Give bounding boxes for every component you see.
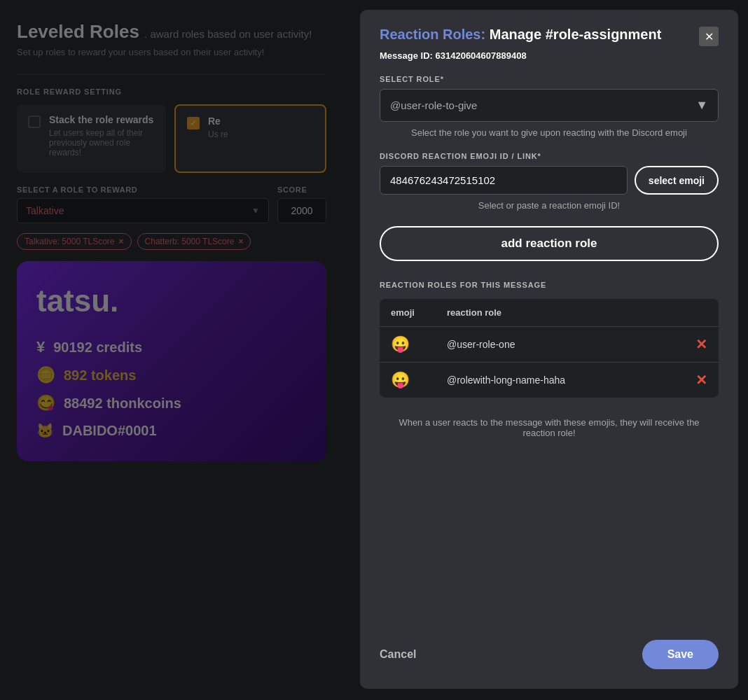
emoji-id-input[interactable] — [380, 166, 628, 195]
table-row: 😛 @user-role-one ✕ — [380, 327, 719, 363]
col-role-header: reaction role — [447, 307, 707, 318]
emoji-input-row: select emoji — [380, 166, 719, 195]
row-role-1: @user-role-one — [447, 339, 695, 350]
reaction-roles-table: emoji reaction role 😛 @user-role-one ✕ 😛… — [380, 299, 719, 398]
modal-title: Reaction Roles: Manage #role-assignment — [380, 27, 661, 43]
cancel-button[interactable]: Cancel — [380, 648, 416, 661]
select-role-field-label: SELECT ROLE* — [380, 75, 719, 83]
save-button[interactable]: Save — [642, 640, 719, 669]
reaction-roles-section: REACTION ROLES FOR THIS MESSAGE emoji re… — [380, 281, 719, 463]
delete-row-2-button[interactable]: ✕ — [695, 372, 707, 388]
table-row: 😛 @rolewith-long-name-haha ✕ — [380, 363, 719, 398]
col-emoji-header: emoji — [391, 307, 447, 318]
reaction-roles-table-label: REACTION ROLES FOR THIS MESSAGE — [380, 281, 719, 289]
modal-close-button[interactable]: ✕ — [699, 27, 719, 46]
message-id-label: Message ID: — [380, 50, 433, 61]
delete-row-1-button[interactable]: ✕ — [695, 336, 707, 353]
modal-header: Reaction Roles: Manage #role-assignment … — [380, 27, 719, 46]
add-reaction-role-button[interactable]: add reaction role — [380, 226, 719, 261]
reaction-roles-note: When a user reacts to the message with t… — [380, 407, 719, 448]
emoji-hint: Select or paste a reaction emoji ID! — [380, 200, 719, 211]
modal-footer: Cancel Save — [380, 634, 719, 669]
table-header: emoji reaction role — [380, 299, 719, 327]
select-role-dropdown[interactable]: @user-role-to-give ▼ — [380, 89, 719, 122]
reaction-roles-modal: Reaction Roles: Manage #role-assignment … — [360, 10, 738, 689]
emoji-section-label: DISCORD REACTION EMOJI ID / LINK* — [380, 152, 719, 160]
select-role-hint: Select the role you want to give upon re… — [380, 127, 719, 138]
message-id-value: 631420604607889408 — [436, 50, 527, 61]
row-emoji-1: 😛 — [391, 335, 447, 354]
row-role-2: @rolewith-long-name-haha — [447, 374, 695, 386]
select-emoji-button[interactable]: select emoji — [635, 166, 719, 195]
row-emoji-2: 😛 — [391, 371, 447, 389]
select-role-placeholder: @user-role-to-give — [390, 99, 477, 111]
modal-message-id: Message ID: 631420604607889408 — [380, 50, 719, 61]
modal-title-rest: Manage #role-assignment — [490, 27, 662, 42]
dropdown-arrow-icon: ▼ — [695, 98, 708, 113]
modal-title-highlight: Reaction Roles: — [380, 27, 485, 42]
